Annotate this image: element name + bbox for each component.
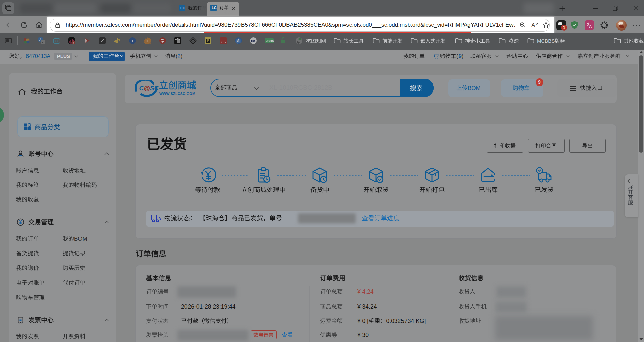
svg-text:0.0325734 KG]: 0.0325734 KG] [386, 318, 426, 324]
svg-text:BOM: BOM [468, 85, 481, 91]
svg-text:¥ 0 [: ¥ 0 [ [357, 318, 369, 324]
svg-text:(: ( [456, 53, 458, 59]
svg-text:a: a [42, 41, 44, 44]
svg-text:MCBBS: MCBBS [537, 38, 555, 44]
svg-text:JSON: JSON [266, 39, 274, 43]
svg-text:xe: xe [251, 39, 255, 43]
svg-text:=: = [147, 39, 149, 43]
svg-text:¥ 30: ¥ 30 [357, 332, 369, 338]
svg-text:¥ 4.24: ¥ 4.24 [357, 288, 374, 295]
svg-text:A: A [237, 39, 240, 43]
svg-text:BOM: BOM [74, 236, 87, 242]
svg-text:A: A [531, 22, 535, 28]
svg-text:4: 4 [73, 41, 74, 44]
svg-text:): ) [462, 53, 463, 59]
svg-text:): ) [181, 53, 182, 59]
svg-text:J: J [131, 38, 133, 43]
svg-text:A: A [589, 24, 592, 29]
svg-text:¥ 34.24: ¥ 34.24 [357, 303, 377, 310]
